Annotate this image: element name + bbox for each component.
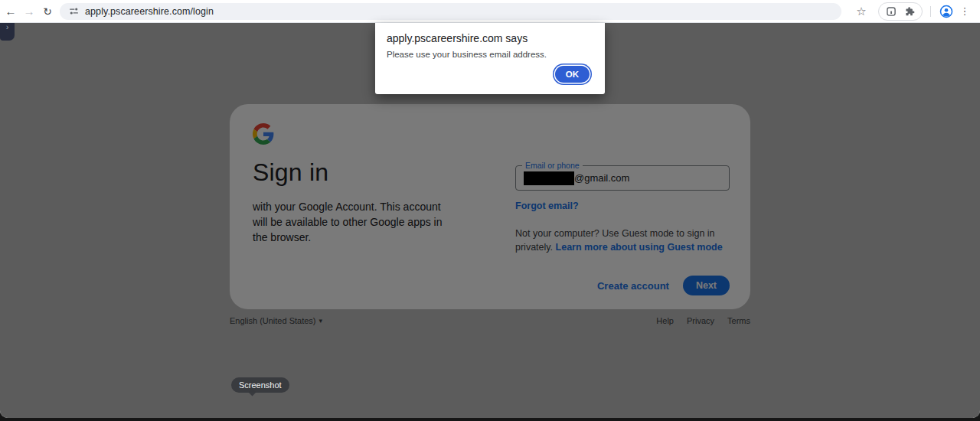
extensions-puzzle-icon[interactable] [904,6,915,17]
forward-icon: → [20,2,38,21]
address-bar[interactable]: apply.pscareershire.com/login [60,3,841,20]
bookmark-star-icon[interactable]: ☆ [852,2,871,21]
site-settings-icon[interactable] [69,6,79,16]
profile-avatar-icon[interactable] [939,5,953,18]
alert-button-row: OK [387,66,593,85]
browser-menu-icon[interactable]: ⋮ [957,5,972,17]
screenshot-tooltip: Screenshot [231,377,289,393]
alert-message: Please use your business email address. [387,50,593,59]
js-alert-dialog: apply.pscareershire.com says Please use … [375,23,605,94]
ok-button[interactable]: OK [555,66,590,83]
browser-window: ← → ↻ apply.pscareershire.com/login ☆ [0,0,980,418]
url-text[interactable]: apply.pscareershire.com/login [85,6,214,17]
browser-toolbar: ← → ↻ apply.pscareershire.com/login ☆ [0,0,980,23]
toolbar-divider [930,6,931,17]
alert-title: apply.pscareershire.com says [387,32,593,44]
reload-icon[interactable]: ↻ [38,2,57,21]
adblock-extension-icon[interactable] [886,6,897,17]
chevron-right-icon[interactable]: › [6,23,9,31]
extensions-pill [878,2,923,21]
back-icon[interactable]: ← [2,2,20,21]
